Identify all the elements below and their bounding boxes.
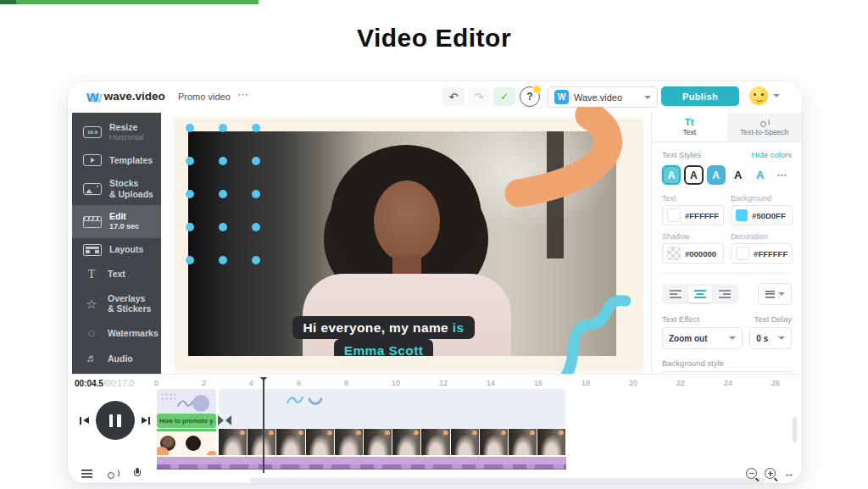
sidebar-item[interactable]: 16:9 Resize Horizontal (72, 116, 161, 148)
vertical-scrollbar[interactable] (793, 417, 797, 442)
color-swatch (736, 209, 748, 221)
fit-timeline-icon[interactable]: ↔ (783, 469, 794, 478)
pause-button[interactable] (96, 401, 135, 440)
sidebar-item[interactable]: ♬ Audio (72, 346, 161, 371)
zoom-controls: ↔ (746, 468, 794, 479)
sidebar-item-label: Stocks & Uploads (109, 178, 161, 199)
voiceover-tts-icon[interactable] (107, 469, 120, 479)
sidebar-item[interactable]: Layouts (72, 238, 161, 262)
video-thumbnail[interactable] (537, 429, 565, 455)
color-picker[interactable]: #50D0FF (731, 205, 793, 225)
undo-button[interactable]: ↶ (442, 87, 465, 106)
chevron-down-icon (729, 336, 736, 340)
video-thumbnail[interactable] (335, 429, 363, 455)
workspace-selector[interactable]: W Wave.video (548, 86, 658, 108)
transport-controls (80, 401, 150, 440)
ruler-tick: 24 (724, 379, 771, 387)
text-style-icon: Tt (685, 118, 694, 128)
sidebar-item-icon (83, 244, 102, 256)
sidebar-item[interactable]: Templates (72, 148, 161, 172)
text-style-button[interactable]: A (729, 165, 748, 185)
redo-button[interactable]: ↷ (468, 87, 490, 106)
intro-clip-thumbnail[interactable] (157, 429, 216, 455)
caption-overlay[interactable]: Hi everyone, my name is Emma Scott (188, 316, 579, 356)
project-name[interactable]: Promo video (178, 92, 231, 102)
text-style-button[interactable]: A (707, 165, 726, 185)
sidebar-item[interactable]: Edit 17.0 sec (72, 205, 161, 237)
video-thumbnail[interactable] (219, 429, 247, 455)
text-clip[interactable]: How to promote y (157, 414, 216, 428)
text-style-button[interactable]: A (662, 165, 681, 185)
hide-colors-link[interactable]: Hide colors (751, 150, 792, 159)
overlay-clip-main[interactable] (219, 389, 565, 428)
align-center-button[interactable] (688, 286, 712, 303)
user-avatar-emoji[interactable] (749, 86, 768, 105)
color-hex-value: #000000 (685, 249, 716, 258)
chevron-down-icon (778, 336, 785, 340)
video-thumbnail[interactable] (306, 429, 334, 455)
video-thumbnail[interactable] (480, 429, 508, 455)
color-hex-value: #50D0FF (752, 211, 786, 220)
color-field: Decoration #FFFFFF (731, 232, 793, 264)
text-effect-select[interactable]: Zoom out (662, 327, 743, 349)
tab-text[interactable]: Tt Text (652, 113, 727, 142)
app-window: w wave.video Promo video ⋯ ↶ ↷ ✓ ? W Wav… (68, 81, 802, 483)
color-field: Background #50D0FF (731, 194, 793, 225)
timeline-scrollbar[interactable] (250, 478, 765, 483)
sidebar-item[interactable]: ◌ Watermarks (72, 320, 161, 346)
skip-forward-button[interactable] (142, 417, 151, 425)
video-thumbnail[interactable] (509, 429, 537, 455)
color-picker[interactable]: #000000 (662, 243, 724, 264)
video-thumbnail[interactable] (451, 429, 479, 455)
sidebar-item[interactable]: T Text (72, 262, 161, 287)
text-style-button[interactable]: ⋯ (773, 165, 792, 185)
trim-handle-right-icon[interactable] (218, 415, 224, 425)
sidebar-item-label: Audio (108, 353, 160, 364)
sidebar-item-label: Layouts (109, 244, 161, 255)
audio-waveform-track[interactable] (157, 457, 566, 470)
color-field: Shadow #000000 (662, 232, 724, 264)
ruler-tick: 18 (581, 379, 629, 387)
publish-button[interactable]: Publish (661, 86, 739, 106)
video-thumbnail[interactable] (421, 429, 449, 455)
wave-video-logo[interactable]: w wave.video (86, 88, 165, 104)
more-options-icon[interactable]: ⋯ (237, 88, 249, 101)
zoom-in-icon[interactable] (765, 468, 776, 479)
align-left-button[interactable] (664, 286, 687, 303)
timeline-toolbar (81, 468, 141, 479)
color-swatch (667, 247, 681, 260)
sidebar-item[interactable]: Stocks & Uploads (72, 172, 161, 205)
color-picker[interactable]: #FFFFFF (662, 205, 724, 225)
zoom-out-icon[interactable] (746, 468, 757, 479)
align-right-button[interactable] (713, 286, 737, 303)
sidebar-item-icon (83, 216, 102, 228)
video-thumbnail[interactable] (392, 429, 420, 455)
background-style-label: Background style (662, 358, 792, 368)
ruler-tick: 26 (771, 379, 802, 387)
tab-text-to-speech[interactable]: Text-to-Speech (727, 113, 803, 142)
skip-back-button[interactable] (80, 417, 89, 425)
trim-handle-left-icon[interactable] (225, 415, 231, 425)
video-thumbnail[interactable] (364, 429, 392, 455)
ruler-tick: 20 (629, 379, 676, 387)
align-left-icon (670, 290, 682, 298)
color-picker[interactable]: #FFFFFF (731, 243, 793, 264)
sidebar-item-label: Resize (109, 122, 161, 133)
text-style-button[interactable]: A (751, 165, 770, 185)
help-button[interactable]: ? (520, 86, 540, 107)
video-frame-background[interactable]: Hi everyone, my name is Emma Scott (175, 119, 642, 370)
text-delay-select[interactable]: 0 s (749, 327, 792, 349)
clip-trim-handles[interactable] (218, 415, 231, 425)
undo-icon: ↶ (449, 91, 459, 103)
playhead[interactable] (263, 377, 264, 473)
microphone-icon[interactable] (134, 468, 141, 479)
timeline-ruler[interactable]: 0 2 4 6 8 10 12 14 16 18 20 22 (157, 379, 802, 387)
scene-list-icon[interactable] (81, 470, 92, 478)
sidebar-item[interactable]: ☆ Overlays & Stickers (72, 287, 161, 320)
line-spacing-dropdown[interactable] (758, 283, 792, 305)
video-thumbnail[interactable] (248, 429, 275, 455)
video-thumbnail[interactable] (276, 429, 304, 455)
redo-icon: ↷ (475, 91, 484, 103)
chevron-down-icon[interactable] (773, 94, 780, 97)
text-style-button[interactable]: A (684, 165, 703, 185)
